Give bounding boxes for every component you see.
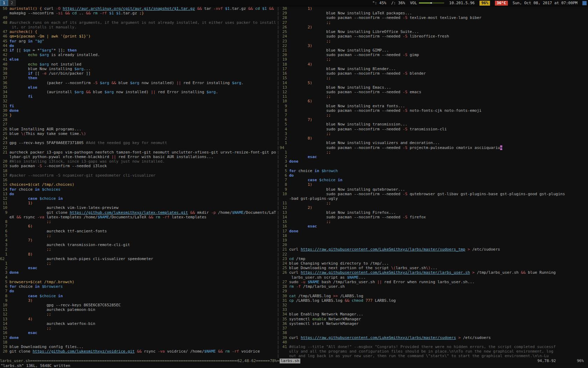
code-text: curl https://raw.githubusercontent.com/L…: [289, 247, 500, 252]
code-line: larbs_user.sh script as $NAME...: [280, 275, 588, 280]
code-line: 4 sudo pacman --noconfirm --needed -S tr…: [280, 127, 588, 131]
code-text: ;;: [9, 233, 51, 238]
line-number: 16: [280, 224, 287, 229]
line-number: 33: [0, 94, 7, 99]
code-line: 26 2): [280, 25, 588, 29]
code-text: blue Now installing transmission...: [289, 122, 407, 127]
code-line: 13 blue Now installing Firefox...: [280, 210, 588, 215]
code-text: out and log back in as your new user, th…: [289, 354, 549, 358]
code-text: sudo pacman --noconfirm --needed -S proj…: [289, 145, 502, 150]
code-line: 38: [280, 330, 588, 335]
editor-pane-left[interactable]: 50aurinstall() { curl -O https://aur.arc…: [0, 6, 276, 359]
code-text: done: [9, 335, 19, 340]
line-number: 6: [0, 284, 7, 289]
line-number: 1: [280, 150, 287, 155]
code-line: 14for choice in $choices: [0, 187, 276, 192]
code-text: 1): [289, 6, 312, 11]
code-line: 44do: [0, 43, 276, 48]
line-number: 94: [280, 145, 287, 150]
line-number: 10: [0, 205, 7, 210]
temperature-badge: 36°C: [495, 1, 508, 6]
volume-control[interactable]: VOL: [410, 0, 444, 6]
code-line: 11 ;;: [280, 201, 588, 205]
code-text: blue Changing working directory to /tmp/…: [289, 261, 389, 266]
code-text: sudo pacman --noconfirm --needed -S qute…: [289, 192, 565, 196]
code-line: 39 blue Now installing $arg...: [0, 67, 276, 71]
code-line: 21curl https://raw.githubusercontent.com…: [280, 247, 588, 252]
line-number: 17: [280, 67, 287, 71]
code-text: 6): [289, 99, 312, 103]
code-text: done: [9, 270, 19, 275]
code-line: 28: [0, 117, 276, 122]
line-number: 33: [280, 307, 287, 312]
statusline-right: larbs.sh94,78-9296%: [280, 359, 588, 363]
code-text: cd /tmp: [289, 257, 305, 261]
code-line: it, or installs it manually.: [0, 25, 276, 29]
line-number: 5: [280, 122, 287, 127]
code-line: 17done: [280, 229, 588, 233]
line-number: 26: [280, 25, 287, 29]
code-line: 24blue Changing working directory to /tm…: [280, 261, 588, 266]
line-number: 19: [280, 238, 287, 243]
code-line: 27: [0, 122, 276, 127]
code-text: #aurcheck runs on each of its arguments,…: [9, 20, 276, 25]
workspace-button-2[interactable]: 2: [8, 0, 16, 6]
line-number: 15: [0, 326, 7, 330]
code-text: blue Now installing Emacs...: [289, 85, 391, 90]
code-text: makepkg --noconfirm -si && cd .. && rm -…: [9, 11, 144, 15]
line-number: 29: [280, 11, 287, 15]
line-number: 11: [0, 201, 7, 205]
line-number: 6: [280, 173, 287, 178]
code-line: 28rm -f /tmp/larbs_user.sh: [280, 284, 588, 289]
line-number: 37: [280, 326, 287, 330]
line-number: 62: [0, 257, 7, 261]
code-line: 7 6): [0, 224, 276, 229]
line-number: 37: [0, 76, 7, 80]
line-number: 21: [280, 247, 287, 252]
code-text: #Also installing i3lock, since i3-gaps w…: [9, 159, 165, 164]
line-number: 5: [280, 169, 287, 173]
code-line: 9 3): [0, 298, 276, 303]
line-number: 34: [280, 312, 287, 316]
line-number: 44: [0, 43, 7, 48]
window-separator[interactable]: | | | | | | | | | | | | | | | | | | | | …: [276, 6, 280, 359]
line-number: 48: [0, 20, 7, 25]
code-text: browsers=$(cat /tmp/.browch): [9, 280, 74, 284]
code-line: 8 sudo pacman --noconfirm --needed -S no…: [280, 108, 588, 113]
volume-slider[interactable]: [419, 2, 444, 4]
line-number: 32: [0, 99, 7, 103]
workspace-button-1[interactable]: 1: [0, 0, 8, 6]
code-line: 3 ;;: [280, 131, 588, 136]
line-number: 40: [0, 62, 7, 67]
line-number: 41: [0, 57, 7, 62]
line-number: 12: [280, 90, 287, 94]
code-line: 36 (packer --noconfirm -S $arg && blue $…: [0, 81, 276, 85]
line-number: 15: [0, 182, 7, 187]
code-text: qm=$(pacman -Qm | awk '{print $1}'): [9, 34, 91, 39]
code-line: 20: [280, 243, 588, 247]
line-number: 21: [0, 150, 7, 155]
code-text: ;;: [289, 94, 331, 99]
code-text: blue Now installing Firefox...: [289, 210, 396, 215]
code-text: gpg --recv-keys 5FAF0A6EE7371805 #Add th…: [9, 141, 167, 145]
code-line: 14 aurcheck waterfox-bin: [0, 321, 276, 326]
code-line: 16 esac: [280, 224, 588, 229]
line-number: 19: [0, 345, 7, 349]
code-line: 9 blue Now installing qutebrowser...: [280, 187, 588, 192]
code-line: out and log back in as your new user, th…: [280, 354, 588, 358]
code-text: echo $arg is already installed.: [9, 53, 100, 57]
code-line: 41#dialog --title "All done!" --msgbox "…: [280, 345, 588, 349]
editor-pane-right[interactable]: 30 1)29 blue Now installing LaTeX packag…: [280, 6, 588, 359]
code-text: ;;: [9, 261, 51, 266]
code-text: case $choice in: [289, 178, 342, 182]
line-number: 38: [280, 330, 287, 335]
code-line: 18: [280, 233, 588, 238]
code-text: (packer --noconfirm -S $arg && blue $arg…: [9, 81, 244, 85]
code-text: blue Now installing visualizers and deco…: [289, 141, 440, 145]
code-line: 31fi: [0, 104, 276, 108]
line-number: 45: [0, 39, 7, 43]
code-text: do: [289, 173, 294, 178]
code-text: do: [9, 289, 14, 293]
code-text: 8): [9, 252, 33, 257]
line-number: 10: [280, 99, 287, 103]
